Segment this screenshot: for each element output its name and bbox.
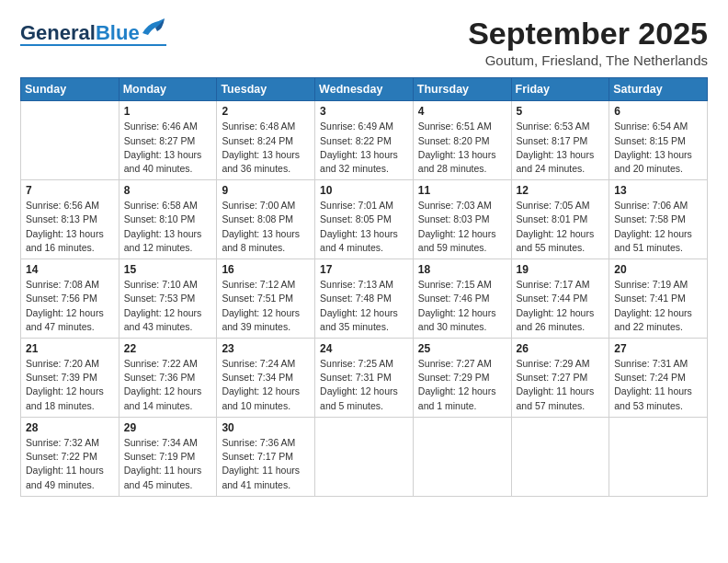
day-number: 8 — [124, 184, 212, 197]
day-number: 28 — [26, 421, 114, 434]
day-number: 1 — [124, 105, 212, 118]
day-number: 25 — [418, 342, 506, 355]
day-number: 3 — [320, 105, 408, 118]
logo-block: GeneralBlue — [20, 17, 166, 46]
day-number: 4 — [418, 105, 506, 118]
day-info: Sunrise: 6:51 AM Sunset: 8:20 PM Dayligh… — [418, 120, 506, 176]
day-number: 14 — [26, 263, 114, 276]
day-info: Sunrise: 6:49 AM Sunset: 8:22 PM Dayligh… — [320, 120, 408, 176]
location: Goutum, Friesland, The Netherlands — [468, 52, 708, 68]
calendar-cell: 20Sunrise: 7:19 AM Sunset: 7:41 PM Dayli… — [609, 259, 708, 339]
calendar-cell: 24Sunrise: 7:25 AM Sunset: 7:31 PM Dayli… — [315, 339, 414, 418]
calendar-cell: 2Sunrise: 6:48 AM Sunset: 8:24 PM Daylig… — [217, 101, 315, 180]
day-number: 2 — [222, 105, 310, 118]
title-block: September 2025 Goutum, Friesland, The Ne… — [468, 17, 708, 68]
logo-general: General — [20, 21, 96, 44]
col-header-monday: Monday — [119, 78, 217, 101]
calendar-cell: 26Sunrise: 7:29 AM Sunset: 7:27 PM Dayli… — [511, 339, 609, 418]
day-info: Sunrise: 7:15 AM Sunset: 7:46 PM Dayligh… — [418, 278, 506, 334]
day-info: Sunrise: 6:53 AM Sunset: 8:17 PM Dayligh… — [517, 120, 605, 176]
calendar-cell: 29Sunrise: 7:34 AM Sunset: 7:19 PM Dayli… — [119, 417, 217, 496]
calendar-cell — [609, 417, 708, 496]
week-row-3: 14Sunrise: 7:08 AM Sunset: 7:56 PM Dayli… — [21, 259, 708, 339]
day-info: Sunrise: 7:34 AM Sunset: 7:19 PM Dayligh… — [124, 436, 212, 492]
day-number: 11 — [418, 184, 506, 197]
day-info: Sunrise: 6:54 AM Sunset: 8:15 PM Dayligh… — [614, 120, 702, 176]
calendar-cell — [315, 417, 414, 496]
col-header-saturday: Saturday — [609, 78, 708, 101]
day-number: 10 — [320, 184, 408, 197]
day-number: 9 — [222, 184, 310, 197]
day-number: 5 — [517, 105, 605, 118]
calendar-cell: 5Sunrise: 6:53 AM Sunset: 8:17 PM Daylig… — [511, 101, 609, 180]
calendar-cell: 30Sunrise: 7:36 AM Sunset: 7:17 PM Dayli… — [217, 417, 315, 496]
day-info: Sunrise: 7:06 AM Sunset: 7:58 PM Dayligh… — [614, 199, 702, 255]
calendar-cell: 16Sunrise: 7:12 AM Sunset: 7:51 PM Dayli… — [217, 259, 315, 339]
calendar-header-row: SundayMondayTuesdayWednesdayThursdayFrid… — [21, 78, 708, 101]
day-info: Sunrise: 7:36 AM Sunset: 7:17 PM Dayligh… — [222, 436, 310, 492]
bird-icon — [141, 17, 166, 37]
day-number: 23 — [222, 342, 310, 355]
day-info: Sunrise: 7:03 AM Sunset: 8:03 PM Dayligh… — [418, 199, 506, 255]
col-header-friday: Friday — [511, 78, 609, 101]
day-info: Sunrise: 7:27 AM Sunset: 7:29 PM Dayligh… — [418, 357, 506, 413]
calendar-cell: 22Sunrise: 7:22 AM Sunset: 7:36 PM Dayli… — [119, 339, 217, 418]
day-info: Sunrise: 7:05 AM Sunset: 8:01 PM Dayligh… — [517, 199, 605, 255]
day-info: Sunrise: 6:46 AM Sunset: 8:27 PM Dayligh… — [124, 120, 212, 176]
day-number: 16 — [222, 263, 310, 276]
day-info: Sunrise: 7:22 AM Sunset: 7:36 PM Dayligh… — [124, 357, 212, 413]
day-number: 26 — [517, 342, 605, 355]
calendar-cell: 4Sunrise: 6:51 AM Sunset: 8:20 PM Daylig… — [413, 101, 511, 180]
day-number: 6 — [614, 105, 702, 118]
calendar-cell: 8Sunrise: 6:58 AM Sunset: 8:10 PM Daylig… — [119, 180, 217, 259]
calendar-cell: 1Sunrise: 6:46 AM Sunset: 8:27 PM Daylig… — [119, 101, 217, 180]
day-info: Sunrise: 6:58 AM Sunset: 8:10 PM Dayligh… — [124, 199, 212, 255]
week-row-2: 7Sunrise: 6:56 AM Sunset: 8:13 PM Daylig… — [21, 180, 708, 259]
calendar-cell: 17Sunrise: 7:13 AM Sunset: 7:48 PM Dayli… — [315, 259, 414, 339]
calendar-cell — [511, 417, 609, 496]
day-number: 27 — [614, 342, 702, 355]
logo-blue: Blue — [96, 21, 140, 44]
day-number: 21 — [26, 342, 114, 355]
col-header-thursday: Thursday — [413, 78, 511, 101]
day-number: 30 — [222, 421, 310, 434]
week-row-5: 28Sunrise: 7:32 AM Sunset: 7:22 PM Dayli… — [21, 417, 708, 496]
calendar-cell: 15Sunrise: 7:10 AM Sunset: 7:53 PM Dayli… — [119, 259, 217, 339]
day-info: Sunrise: 7:12 AM Sunset: 7:51 PM Dayligh… — [222, 278, 310, 334]
calendar-cell — [21, 101, 119, 180]
day-info: Sunrise: 6:56 AM Sunset: 8:13 PM Dayligh… — [26, 199, 114, 255]
calendar-cell: 13Sunrise: 7:06 AM Sunset: 7:58 PM Dayli… — [609, 180, 708, 259]
col-header-tuesday: Tuesday — [217, 78, 315, 101]
day-info: Sunrise: 7:13 AM Sunset: 7:48 PM Dayligh… — [320, 278, 408, 334]
logo-name: GeneralBlue — [20, 23, 140, 43]
calendar-cell: 11Sunrise: 7:03 AM Sunset: 8:03 PM Dayli… — [413, 180, 511, 259]
week-row-4: 21Sunrise: 7:20 AM Sunset: 7:39 PM Dayli… — [21, 339, 708, 418]
day-number: 19 — [517, 263, 605, 276]
day-info: Sunrise: 7:24 AM Sunset: 7:34 PM Dayligh… — [222, 357, 310, 413]
day-number: 29 — [124, 421, 212, 434]
calendar-cell: 14Sunrise: 7:08 AM Sunset: 7:56 PM Dayli… — [21, 259, 119, 339]
header: GeneralBlue September 2025 Goutum, Fries… — [20, 17, 708, 68]
calendar-cell: 6Sunrise: 6:54 AM Sunset: 8:15 PM Daylig… — [609, 101, 708, 180]
day-number: 17 — [320, 263, 408, 276]
day-info: Sunrise: 7:31 AM Sunset: 7:24 PM Dayligh… — [614, 357, 702, 413]
calendar-cell: 23Sunrise: 7:24 AM Sunset: 7:34 PM Dayli… — [217, 339, 315, 418]
day-number: 24 — [320, 342, 408, 355]
calendar-cell: 19Sunrise: 7:17 AM Sunset: 7:44 PM Dayli… — [511, 259, 609, 339]
day-info: Sunrise: 7:19 AM Sunset: 7:41 PM Dayligh… — [614, 278, 702, 334]
calendar-cell: 10Sunrise: 7:01 AM Sunset: 8:05 PM Dayli… — [315, 180, 414, 259]
day-info: Sunrise: 6:48 AM Sunset: 8:24 PM Dayligh… — [222, 120, 310, 176]
calendar-cell: 25Sunrise: 7:27 AM Sunset: 7:29 PM Dayli… — [413, 339, 511, 418]
day-number: 13 — [614, 184, 702, 197]
day-info: Sunrise: 7:01 AM Sunset: 8:05 PM Dayligh… — [320, 199, 408, 255]
day-info: Sunrise: 7:20 AM Sunset: 7:39 PM Dayligh… — [26, 357, 114, 413]
day-info: Sunrise: 7:32 AM Sunset: 7:22 PM Dayligh… — [26, 436, 114, 492]
page: GeneralBlue September 2025 Goutum, Fries… — [0, 0, 728, 506]
day-number: 18 — [418, 263, 506, 276]
week-row-1: 1Sunrise: 6:46 AM Sunset: 8:27 PM Daylig… — [21, 101, 708, 180]
day-info: Sunrise: 7:25 AM Sunset: 7:31 PM Dayligh… — [320, 357, 408, 413]
day-number: 15 — [124, 263, 212, 276]
calendar-cell: 9Sunrise: 7:00 AM Sunset: 8:08 PM Daylig… — [217, 180, 315, 259]
calendar-cell: 18Sunrise: 7:15 AM Sunset: 7:46 PM Dayli… — [413, 259, 511, 339]
day-info: Sunrise: 7:00 AM Sunset: 8:08 PM Dayligh… — [222, 199, 310, 255]
